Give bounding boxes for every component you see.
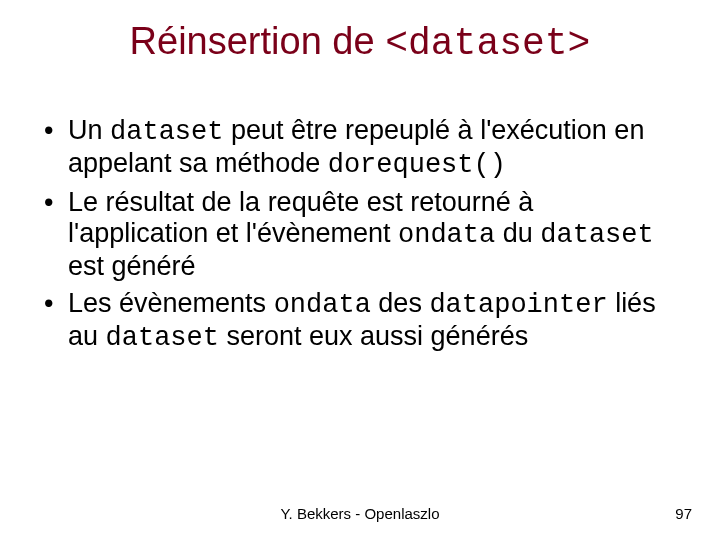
title-prefix: Réinsertion de (130, 20, 386, 62)
bullet-list: Un dataset peut être repeuplé à l'exécut… (40, 115, 680, 354)
code-text: datapointer (429, 290, 607, 320)
body-text: seront eux aussi générés (219, 321, 528, 351)
slide-body: Un dataset peut être repeuplé à l'exécut… (40, 115, 680, 360)
body-text: est généré (68, 251, 196, 281)
bullet-item: Les évènements ondata des datapointer li… (40, 288, 680, 354)
body-text: du (495, 218, 540, 248)
code-text: dorequest() (328, 150, 506, 180)
code-text: ondata (274, 290, 371, 320)
footer-author: Y. Bekkers - Openlaszlo (0, 505, 720, 522)
code-text: dataset (110, 117, 223, 147)
slide: Réinsertion de <dataset> Un dataset peut… (0, 0, 720, 540)
title-code: <dataset> (385, 22, 590, 65)
footer-page-number: 97 (675, 505, 692, 522)
bullet-item: Un dataset peut être repeuplé à l'exécut… (40, 115, 680, 181)
body-text: Un (68, 115, 110, 145)
slide-title: Réinsertion de <dataset> (0, 20, 720, 65)
body-text: des (371, 288, 430, 318)
body-text: Les évènements (68, 288, 274, 318)
code-text: dataset (540, 220, 653, 250)
bullet-item: Le résultat de la requête est retourné à… (40, 187, 680, 282)
code-text: ondata (398, 220, 495, 250)
code-text: dataset (106, 323, 219, 353)
